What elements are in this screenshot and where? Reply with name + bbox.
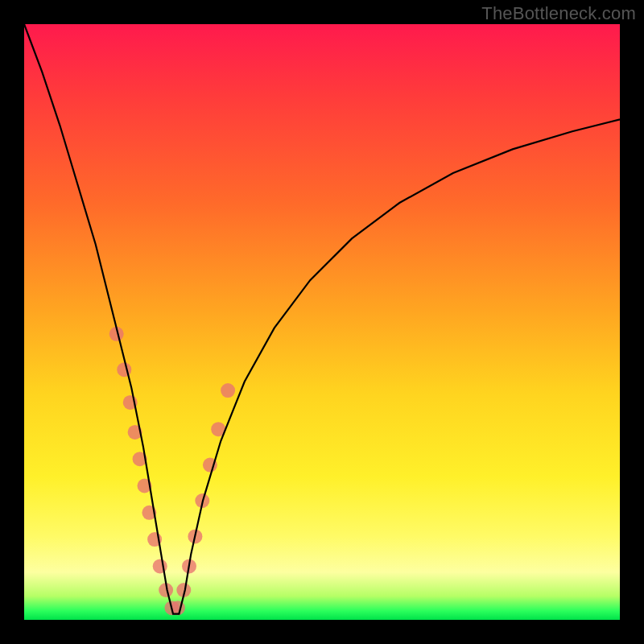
data-marker: [117, 362, 131, 377]
chart-svg: [24, 24, 620, 620]
data-marker: [221, 383, 235, 398]
chart-frame: TheBottleneck.com: [0, 0, 644, 644]
watermark-text: TheBottleneck.com: [481, 3, 636, 24]
plot-area: [24, 24, 620, 620]
data-marker: [153, 559, 167, 573]
marker-layer: [109, 327, 235, 615]
bottleneck-curve: [24, 24, 620, 614]
